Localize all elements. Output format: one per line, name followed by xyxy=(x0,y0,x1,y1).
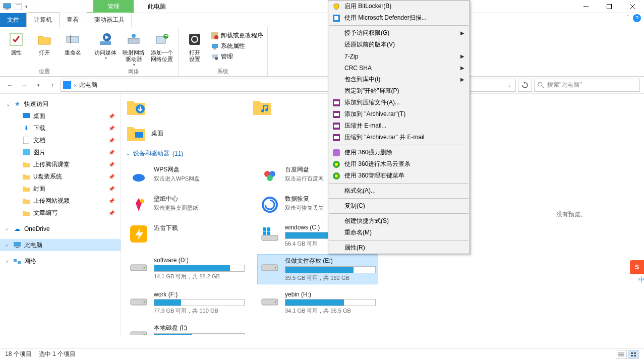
refresh-button[interactable] xyxy=(518,79,532,92)
status-bar: 18 个项目 选中 1 个项目 xyxy=(0,348,644,360)
breadcrumb[interactable]: 此电脑 xyxy=(79,81,97,89)
nav-back-button[interactable]: ← xyxy=(4,79,16,91)
sidebar-item-desktop[interactable]: 桌面📌 xyxy=(0,110,121,122)
ctx-crcsha[interactable]: CRC SHA▶ xyxy=(328,62,470,74)
sidebar-item-folder4[interactable]: 上传网站视频📌 xyxy=(0,195,121,207)
sogou-ime-icon[interactable]: S xyxy=(630,260,644,274)
ctx-defender[interactable]: 使用 Microsoft Defender扫描... xyxy=(328,12,470,24)
ctx-format[interactable]: 格式化(A)... xyxy=(328,185,470,197)
ctx-compress-rar-mail[interactable]: 压缩到 "Archive.rar" 并 E-mail xyxy=(328,132,470,143)
nav-history-dropdown[interactable]: ▾ xyxy=(32,79,44,91)
ctx-360-trojan[interactable]: 使用 360进行木马云查杀 xyxy=(328,158,470,170)
sidebar-item-pictures[interactable]: 图片📌 xyxy=(0,146,121,158)
svg-rect-0 xyxy=(4,4,11,8)
svg-rect-36 xyxy=(135,132,143,138)
svg-rect-13 xyxy=(128,38,139,43)
ctx-360-delete[interactable]: 使用 360强力删除 xyxy=(328,147,470,158)
device-wallpaper[interactable]: 壁纸中心双击更换桌面壁纸 xyxy=(126,192,247,217)
ime-indicator[interactable]: 中 xyxy=(638,275,644,284)
ribbon-properties-button[interactable]: 属性 xyxy=(4,29,28,56)
ctx-library[interactable]: 包含到库中(I)▶ xyxy=(328,74,470,85)
drive-icon xyxy=(129,291,149,311)
tab-view[interactable]: 查看 xyxy=(60,13,86,27)
ctx-access[interactable]: 授予访问权限(G)▶ xyxy=(328,27,470,39)
view-icons-button[interactable] xyxy=(628,350,639,359)
device-wps[interactable]: WPS网盘双击进入WPS网盘 xyxy=(126,163,247,188)
group-title: 位置 xyxy=(39,67,50,75)
ctx-360-menu[interactable]: 使用 360管理右键菜单 xyxy=(328,170,470,182)
sidebar-onedrive[interactable]: ›☁OneDrive xyxy=(0,223,121,235)
ribbon-sysprops-button[interactable]: 系统属性 xyxy=(211,42,263,50)
ctx-bitlocker[interactable]: 启用 BitLocker(B) xyxy=(328,1,470,12)
device-drive-e[interactable]: 仅做文件存放 (E:)39.5 GB 可用，共 162 GB xyxy=(257,254,378,284)
name: WPS网盘 xyxy=(154,165,245,174)
close-button[interactable] xyxy=(621,0,644,13)
ribbon-open-button[interactable]: 打开 xyxy=(32,29,56,56)
ribbon-settings-button[interactable]: 打开 设置 xyxy=(183,29,207,63)
sidebar-item-folder3[interactable]: 封面📌 xyxy=(0,183,121,195)
svg-rect-47 xyxy=(267,231,270,235)
nav-forward-button[interactable]: → xyxy=(18,79,30,91)
maximize-button[interactable] xyxy=(598,0,621,13)
ribbon-rename-button[interactable]: 重命名 xyxy=(61,29,85,56)
ribbon-manage-button[interactable]: 管理 xyxy=(211,52,263,61)
sidebar-item-downloads[interactable]: ⬇下载📌 xyxy=(0,122,121,134)
ctx-add-archive-rar[interactable]: 添加到 "Archive.rar"(T) xyxy=(328,108,470,120)
device-xunlei[interactable]: 迅雷下载 xyxy=(126,221,247,250)
svg-rect-9 xyxy=(67,36,79,42)
ribbon-add-location-button[interactable]: + 添加一个 网络位置 xyxy=(150,29,174,63)
search-placeholder: 搜索"此电脑" xyxy=(547,81,582,89)
svg-point-77 xyxy=(335,163,338,166)
label: 文章编写 xyxy=(33,209,57,217)
ctx-add-archive[interactable]: 添加到压缩文件(A)... xyxy=(328,97,470,108)
ctx-properties[interactable]: 属性(R) xyxy=(328,242,470,254)
chevron-right-icon: › xyxy=(6,226,8,232)
sidebar-item-folder2[interactable]: U盘装系统📌 xyxy=(0,170,121,183)
ctx-rename[interactable]: 重命名(M) xyxy=(328,227,470,238)
device-drive-f[interactable]: work (F:)77.9 GB 可用，共 110 GB xyxy=(126,288,247,317)
folder-item[interactable] xyxy=(126,97,242,117)
sidebar-thispc[interactable]: ›此电脑 xyxy=(0,239,121,251)
ribbon-map-drive-button[interactable]: 映射网络 驱动器▾ xyxy=(122,29,146,67)
ctx-compress-mail[interactable]: 压缩并 E-mail... xyxy=(328,120,470,132)
label: 压缩到 "Archive.rar" 并 E-mail xyxy=(344,133,425,142)
form-icon[interactable] xyxy=(14,3,22,11)
tab-computer[interactable]: 计算机 xyxy=(26,12,60,28)
chevron-right-icon: › xyxy=(6,259,8,264)
device-drive-h[interactable]: yebin (H:)34.1 GB 可用，共 96.5 GB xyxy=(257,288,378,317)
ctx-shortcut[interactable]: 创建快捷方式(S) xyxy=(328,215,470,227)
sidebar-network[interactable]: ›网络 xyxy=(0,255,121,267)
device-drive-d[interactable]: software (D:)14.1 GB 可用，共 88.2 GB xyxy=(126,254,247,284)
sidebar-item-folder5[interactable]: 文章编写📌 xyxy=(0,207,121,219)
ribbon: 属性 打开 重命名 位置 访问媒体▾ 映射网络 驱动器▾ + xyxy=(0,27,644,77)
ribbon-uninstall-button[interactable]: 卸载或更改程序 xyxy=(211,31,263,40)
sidebar-quick-access[interactable]: ⌄★快速访问 xyxy=(0,98,121,110)
sub: 14.1 GB 可用，共 88.2 GB xyxy=(154,273,245,280)
ctx-pin-start[interactable]: 固定到"开始"屏幕(P) xyxy=(328,85,470,97)
label: 使用 Microsoft Defender扫描... xyxy=(344,14,427,22)
sidebar-item-documents[interactable]: 文档📌 xyxy=(0,134,121,146)
cloud-icon: ☁ xyxy=(13,225,21,233)
label: 使用 360强力删除 xyxy=(344,148,392,157)
chevron-down-icon[interactable]: ⌄ xyxy=(507,83,513,88)
folder-item-desktop[interactable]: 桌面 xyxy=(126,123,242,143)
view-details-button[interactable] xyxy=(616,350,627,359)
ctx-7zip[interactable]: 7-Zip▶ xyxy=(328,50,470,62)
ctx-copy[interactable]: 复制(C) xyxy=(328,200,470,212)
nav-up-button[interactable]: ↑ xyxy=(46,79,58,91)
tab-file[interactable]: 文件 xyxy=(0,13,26,27)
ctx-restore[interactable]: 还原以前的版本(V) xyxy=(328,39,470,50)
name: 迅雷下载 xyxy=(154,224,245,232)
sidebar-item-folder1[interactable]: 上传腾讯课堂📌 xyxy=(0,158,121,170)
pc-icon xyxy=(3,3,11,11)
add-location-icon: + xyxy=(154,31,170,47)
svg-rect-12 xyxy=(100,41,111,45)
qat-dropdown-icon[interactable]: ▾ xyxy=(25,4,28,9)
minimize-button[interactable] xyxy=(574,0,598,13)
help-icon[interactable]: ? xyxy=(633,14,641,22)
search-input[interactable]: 搜索"此电脑" xyxy=(534,79,640,92)
tab-drive-tools[interactable]: 驱动器工具 xyxy=(87,12,132,28)
ribbon-media-button[interactable]: 访问媒体▾ xyxy=(93,29,118,61)
ribbon-collapse-icon[interactable]: ˇ xyxy=(627,15,629,21)
device-drive-i[interactable]: 本地磁盘 (I:)56.2 GB 可用，共 96.7 GB xyxy=(126,321,247,335)
